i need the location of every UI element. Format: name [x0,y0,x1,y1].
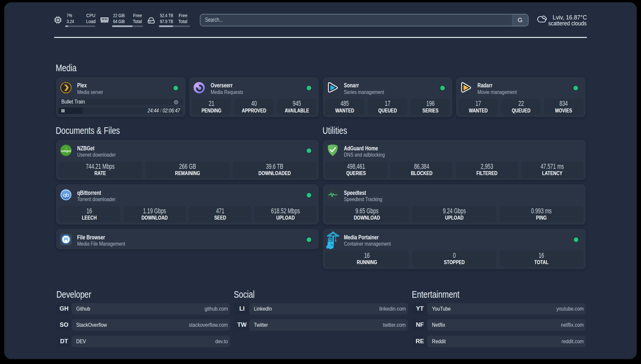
svg-text:nzbget: nzbget [61,149,71,152]
svg-text:qb: qb [63,192,69,198]
